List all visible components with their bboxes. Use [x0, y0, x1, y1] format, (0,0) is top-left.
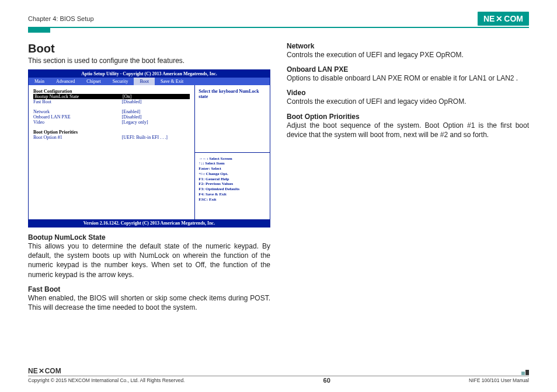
- logo-text-pre: NE: [28, 367, 38, 375]
- numlock-heading: Bootup NumLock State: [28, 233, 270, 242]
- priorities-body: Adjust the boot sequence of the system. …: [287, 121, 529, 139]
- intro-text: This section is used to configure the bo…: [28, 57, 270, 65]
- bios-video-label[interactable]: Video: [33, 120, 122, 125]
- tab-chipset[interactable]: Chipset: [81, 78, 106, 85]
- network-body: Controls the execution of UEFI and legac…: [287, 50, 529, 60]
- manual-name: NIFE 100/101 User Manual: [469, 377, 529, 383]
- keyhint: +/-: Change Opt.: [199, 172, 266, 177]
- bios-numlock-value[interactable]: [On]: [121, 94, 190, 99]
- keyhint: ↑↓: Select Item: [199, 161, 266, 166]
- bios-fastboot-value[interactable]: [Disabled]: [122, 99, 190, 104]
- lanpxe-heading: Onboard LAN PXE: [287, 65, 529, 74]
- keyhint: F4: Save & Exit: [199, 192, 266, 197]
- network-heading: Network: [287, 42, 529, 50]
- bios-video-value[interactable]: [Legacy only]: [122, 120, 190, 125]
- keyhint: ESC: Exit: [199, 197, 266, 202]
- footer-logo: NE✕COM: [28, 367, 61, 375]
- footer-decoration-icon: [521, 370, 529, 375]
- bios-help-text: Select the keyboard NumLock state: [195, 85, 270, 153]
- tab-security[interactable]: Security: [107, 78, 134, 85]
- logo-text-post: COM: [45, 367, 61, 375]
- keyhint: F1: General Help: [199, 177, 266, 182]
- copyright-text: Copyright © 2015 NEXCOM International Co…: [28, 377, 184, 383]
- page-heading: Boot: [28, 42, 270, 55]
- bios-tab-row: Main Advanced Chipset Security Boot Save…: [29, 78, 270, 85]
- logo-x-icon: ✕: [496, 14, 503, 23]
- tab-boot[interactable]: Boot: [134, 78, 155, 85]
- bios-left-pane: Boot Configuration Bootup NumLock State[…: [29, 85, 195, 219]
- logo-text-pre: NE: [483, 14, 495, 23]
- keyhint: F3: Optimized Defaults: [199, 187, 266, 192]
- bios-network-value[interactable]: [Enabled]: [122, 109, 190, 114]
- brand-logo: NE ✕ COM: [478, 12, 529, 26]
- bios-lanpxe-value[interactable]: [Disabled]: [122, 114, 190, 120]
- bios-screenshot: Aptio Setup Utility - Copyright (C) 2013…: [28, 69, 270, 228]
- bios-lanpxe-label[interactable]: Onboard LAN PXE: [33, 114, 122, 120]
- bios-fastboot-label[interactable]: Fast Boot: [33, 99, 122, 104]
- bios-priorities-header: Boot Option Priorities: [33, 130, 190, 135]
- bios-numlock-label[interactable]: Bootup NumLock State: [33, 94, 121, 99]
- accent-bar: [28, 28, 50, 33]
- lanpxe-body: Options to disable onboard LAN PXE ROM o…: [287, 74, 529, 83]
- logo-x-icon: ✕: [39, 367, 44, 375]
- tab-advanced[interactable]: Advanced: [50, 78, 81, 85]
- priorities-heading: Boot Option Priorities: [287, 113, 529, 121]
- logo-text-post: COM: [504, 14, 523, 23]
- keyhint: →←: Select Screen: [199, 156, 266, 162]
- fastboot-body: When enabled, the BIOS will shorten or s…: [28, 293, 270, 312]
- page-number: 60: [323, 377, 330, 384]
- tab-save[interactable]: Save & Exit: [155, 78, 189, 85]
- keyhint: F2: Previous Values: [199, 181, 266, 187]
- numlock-body: This allows you to determine the default…: [28, 242, 270, 279]
- bios-option1-value[interactable]: [UEFI: Built-in EFI . . .]: [122, 135, 190, 140]
- video-body: Controls the execution of UEFI and legac…: [287, 97, 529, 106]
- tab-main[interactable]: Main: [29, 78, 50, 85]
- bios-option1-label[interactable]: Boot Option #1: [33, 135, 122, 140]
- bios-version-bar: Version 2.16.1242. Copyright (C) 2013 Am…: [29, 219, 270, 227]
- video-heading: Video: [287, 89, 529, 97]
- fastboot-heading: Fast Boot: [28, 285, 270, 293]
- bios-key-hints: →←: Select Screen ↑↓: Select Item Enter:…: [195, 153, 270, 220]
- bios-cfg-header: Boot Configuration: [33, 89, 190, 94]
- bios-title-bar: Aptio Setup Utility - Copyright (C) 2013…: [29, 70, 270, 78]
- keyhint: Enter: Select: [199, 166, 266, 172]
- chapter-title: Chapter 4: BIOS Setup: [28, 15, 94, 22]
- bios-network-label[interactable]: Network: [33, 109, 122, 114]
